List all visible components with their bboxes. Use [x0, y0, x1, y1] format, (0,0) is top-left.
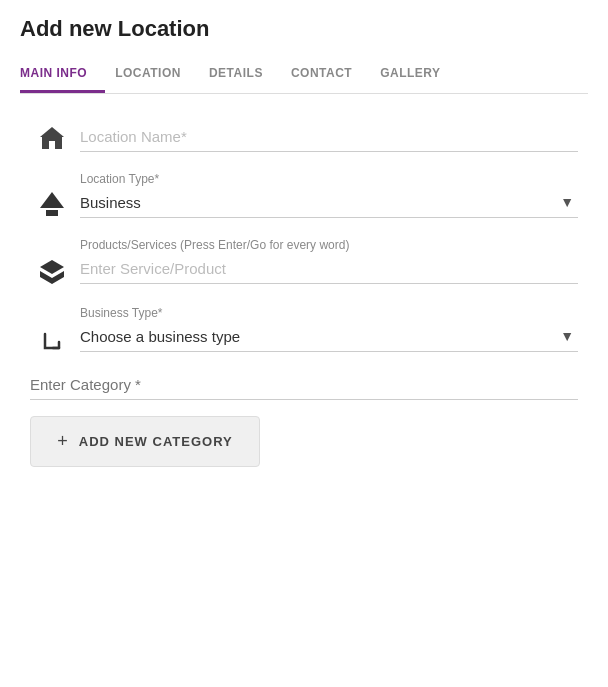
products-services-input[interactable]: [80, 256, 578, 284]
tab-location[interactable]: LOCATION: [115, 56, 199, 93]
tabs-bar: MAIN INFO LOCATION DETAILS CONTACT GALLE…: [20, 56, 588, 94]
category-section: + ADD NEW CATEGORY: [20, 372, 588, 467]
tab-contact[interactable]: CONTACT: [291, 56, 370, 93]
page-title: Add new Location: [20, 16, 588, 42]
svg-marker-3: [40, 192, 64, 208]
svg-rect-4: [46, 210, 58, 216]
add-category-button[interactable]: + ADD NEW CATEGORY: [30, 416, 260, 467]
location-name-row: [30, 124, 578, 152]
products-services-field: Products/Services (Press Enter/Go for ev…: [80, 238, 578, 284]
tab-main-info[interactable]: MAIN INFO: [20, 56, 105, 93]
store-icon: [38, 124, 66, 152]
products-services-label: Products/Services (Press Enter/Go for ev…: [80, 238, 578, 252]
add-category-label: ADD NEW CATEGORY: [79, 434, 233, 449]
location-name-input[interactable]: [80, 124, 578, 152]
location-type-row: Location Type* Business Restaurant Hotel…: [30, 172, 578, 218]
form-section: Location Type* Business Restaurant Hotel…: [20, 114, 588, 352]
location-type-icon: [38, 190, 66, 218]
location-name-field: [80, 124, 578, 152]
products-services-row: Products/Services (Press Enter/Go for ev…: [30, 238, 578, 286]
location-type-select[interactable]: Business Restaurant Hotel Shop: [80, 190, 578, 218]
location-type-icon-col: [30, 190, 74, 218]
location-type-field: Location Type* Business Restaurant Hotel…: [80, 172, 578, 218]
category-input[interactable]: [30, 372, 578, 400]
category-input-row: [30, 372, 578, 400]
svg-marker-1: [40, 127, 64, 137]
business-type-field: Business Type* Choose a business type Re…: [80, 306, 578, 352]
products-icon-col: [30, 258, 74, 286]
business-type-row: Business Type* Choose a business type Re…: [30, 306, 578, 352]
location-type-select-wrapper: Business Restaurant Hotel Shop ▼: [80, 190, 578, 218]
business-type-select-wrapper: Choose a business type Retail Wholesale …: [80, 324, 578, 352]
store-icon-col: [30, 124, 74, 152]
svg-marker-5: [40, 260, 64, 274]
business-type-icon-col: [30, 330, 74, 352]
plus-icon: +: [57, 431, 69, 452]
tab-gallery[interactable]: GALLERY: [380, 56, 458, 93]
tab-details[interactable]: DETAILS: [209, 56, 281, 93]
business-type-icon: [41, 330, 63, 352]
products-icon: [38, 258, 66, 286]
location-type-label: Location Type*: [80, 172, 578, 186]
business-type-label: Business Type*: [80, 306, 578, 320]
business-type-select[interactable]: Choose a business type Retail Wholesale …: [80, 324, 578, 352]
page-wrapper: Add new Location MAIN INFO LOCATION DETA…: [0, 0, 608, 487]
svg-rect-2: [49, 141, 55, 149]
